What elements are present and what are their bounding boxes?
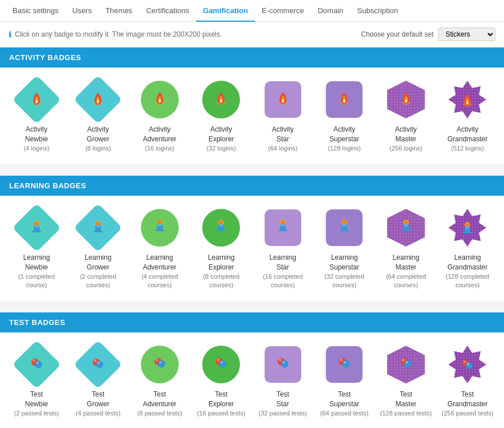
badge-icon-wrap	[385, 79, 427, 120]
badge-icon-wrap	[324, 344, 365, 385]
svg-rect-22	[158, 224, 162, 227]
test-badges-grid: TestNewbie(2 passed tests) TestGrower(4 …	[0, 332, 504, 428]
svg-point-95	[463, 360, 466, 363]
badge-item[interactable]: LearningAdventurer(4 completed courses)	[131, 207, 188, 290]
badge-icon-shape	[448, 80, 487, 119]
badge-label: LearningExplorer(8 completed courses)	[192, 253, 250, 290]
badge-name-text: LearningSuperstar	[316, 253, 373, 272]
badge-label: TestGrandmaster(256 passed tests)	[442, 390, 494, 418]
badge-item[interactable]: ActivityStar(64 logins)	[254, 79, 312, 153]
badge-item[interactable]: ActivitySuperstar(128 logins)	[316, 79, 373, 153]
badge-label: ActivityNewbie(4 logins)	[23, 125, 49, 153]
svg-rect-18	[96, 225, 100, 228]
badge-name-text: LearningExplorer	[192, 253, 250, 272]
badge-label: TestNewbie(2 passed tests)	[14, 390, 59, 418]
badge-item[interactable]: LearningMaster(64 completed courses)	[377, 207, 435, 290]
nav-item-users[interactable]: Users	[65, 0, 99, 22]
badge-icon-wrap	[16, 79, 57, 120]
badge-count-text: (64 completed courses)	[377, 272, 435, 290]
badge-name-text: ActivitySuperstar	[328, 125, 361, 144]
badge-label: LearningAdventurer(4 completed courses)	[131, 253, 188, 290]
badge-name-text: LearningStar	[254, 253, 312, 272]
badge-count-text: (16 completed courses)	[254, 272, 312, 290]
badge-name-text: ActivityMaster	[389, 125, 422, 144]
svg-point-74	[279, 359, 281, 361]
top-navigation: Basic settingsUsersThemesCertificationsG…	[0, 0, 504, 22]
badge-icon	[90, 355, 106, 374]
default-set-select[interactable]: Stickers	[438, 27, 495, 41]
badge-name-text: ActivityNewbie	[23, 125, 49, 144]
nav-item-certifications[interactable]: Certifications	[139, 0, 196, 22]
badge-name-text: TestSuperstar	[320, 390, 368, 409]
nav-item-basic-settings[interactable]: Basic settings	[6, 0, 65, 22]
badge-item[interactable]: TestSuperstar(64 passed tests)	[316, 344, 373, 418]
badge-name-text: ActivityAdventurer	[143, 125, 176, 144]
nav-item-themes[interactable]: Themes	[99, 0, 139, 22]
badge-label: TestStar(32 passed tests)	[259, 390, 307, 418]
nav-item-domain[interactable]: Domain	[311, 0, 351, 22]
badge-count-text: (8 completed courses)	[192, 272, 250, 290]
badge-item[interactable]: TestGrower(4 passed tests)	[69, 344, 127, 418]
badge-name-text: LearningGrower	[69, 253, 127, 272]
badge-icon-wrap	[385, 344, 427, 385]
badge-icon-wrap	[16, 207, 57, 248]
badge-name-text: TestMaster	[380, 390, 432, 409]
badge-item[interactable]: TestGrandmaster(256 passed tests)	[439, 344, 496, 418]
badge-name-text: TestExplorer	[197, 390, 245, 409]
badge-count-text: (256 logins)	[389, 144, 422, 153]
badge-item[interactable]: TestMaster(128 passed tests)	[377, 344, 435, 418]
badge-count-text: (32 completed courses)	[316, 272, 373, 290]
test-badges-section: TEST BADGES TestNewbie(2 passed tests) T…	[0, 312, 504, 428]
badge-icon	[336, 355, 352, 375]
badge-item[interactable]: LearningSuperstar(32 completed courses)	[316, 207, 373, 290]
badge-count-text: (16 logins)	[143, 144, 176, 153]
info-icon: ℹ	[9, 30, 11, 39]
svg-point-86	[402, 359, 404, 361]
nav-item-gamification[interactable]: Gamification	[196, 0, 255, 22]
badge-count-text: (8 logins)	[85, 144, 111, 153]
badge-icon-wrap	[447, 344, 488, 385]
badge-item[interactable]: LearningNewbie(1 completed course)	[8, 207, 65, 290]
default-set-label: Choose your default set	[361, 30, 434, 38]
badge-count-text: (32 passed tests)	[259, 409, 307, 418]
svg-point-68	[217, 359, 219, 361]
badge-item[interactable]: TestStar(32 passed tests)	[254, 344, 312, 418]
badge-item[interactable]: ActivityGrandmaster(512 logins)	[439, 79, 496, 153]
badge-item[interactable]: LearningStar(16 completed courses)	[254, 207, 312, 290]
badge-icon	[336, 217, 352, 237]
badge-icon-wrap	[447, 207, 488, 248]
badge-item[interactable]: ActivityExplorer(32 logins)	[192, 79, 250, 153]
badge-label: ActivitySuperstar(128 logins)	[328, 125, 361, 153]
svg-rect-45	[466, 226, 469, 229]
badge-item[interactable]: ActivityNewbie(4 logins)	[8, 79, 65, 153]
badge-name-text: TestStar	[259, 390, 307, 409]
nav-item-subscription[interactable]: Subscription	[351, 0, 405, 22]
badge-label: TestGrower(4 passed tests)	[76, 390, 120, 418]
badge-label: TestSuperstar(64 passed tests)	[320, 390, 368, 418]
badge-name-text: TestGrandmaster	[442, 390, 494, 409]
badge-item[interactable]: LearningGrower(2 completed courses)	[69, 207, 127, 290]
badge-label: TestAdventurer(8 passed tests)	[137, 390, 182, 418]
badge-name-text: LearningGrandmaster	[439, 253, 496, 272]
badge-icon-wrap	[324, 207, 365, 248]
activity-badges-header: ACTIVITY BADGES	[0, 47, 504, 68]
nav-item-e-commerce[interactable]: E-commerce	[255, 0, 311, 22]
svg-point-96	[467, 363, 469, 365]
badge-icon	[275, 217, 291, 237]
badge-item[interactable]: TestExplorer(16 passed tests)	[192, 344, 250, 418]
badge-name-text: TestGrower	[76, 390, 120, 409]
badge-count-text: (8 passed tests)	[137, 409, 182, 418]
badge-icon-shape	[448, 345, 487, 384]
badge-item[interactable]: TestNewbie(2 passed tests)	[8, 344, 65, 418]
badge-item[interactable]: LearningExplorer(8 completed courses)	[192, 207, 250, 290]
badge-item[interactable]: LearningGrandmaster(128 completed course…	[439, 207, 496, 290]
badge-item[interactable]: ActivityGrower(8 logins)	[69, 79, 127, 153]
badge-item[interactable]: ActivityAdventurer(16 logins)	[131, 79, 188, 153]
badge-item[interactable]: TestAdventurer(8 passed tests)	[131, 344, 188, 418]
badge-count-text: (64 logins)	[268, 144, 297, 153]
test-badges-header: TEST BADGES	[0, 312, 504, 332]
badge-label: ActivityMaster(256 logins)	[389, 125, 422, 153]
badge-name-text: LearningNewbie	[8, 253, 65, 272]
badge-icon-wrap	[77, 79, 119, 120]
badge-item[interactable]: ActivityMaster(256 logins)	[377, 79, 435, 153]
